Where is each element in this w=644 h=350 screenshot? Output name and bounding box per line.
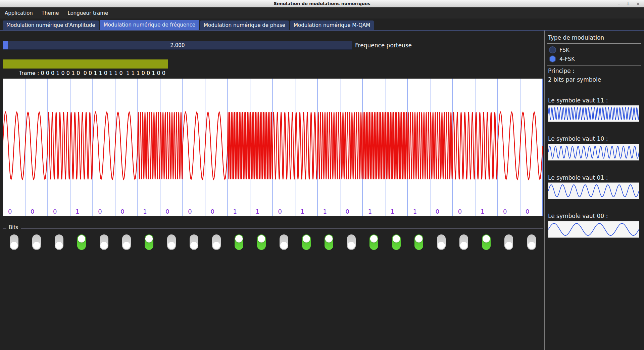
fsk-waveform: 000100100011011011100100 (3, 79, 543, 216)
bit-toggle-15[interactable] (325, 234, 333, 250)
radio-label: FSK (559, 47, 569, 53)
toggle-knob (145, 235, 153, 243)
bit-toggle-23[interactable] (504, 234, 513, 250)
menu-item-application[interactable]: Application (0, 8, 37, 18)
menu-item-longueur-trame[interactable]: Longueur trame (63, 8, 113, 18)
radio-4-fsk[interactable]: 4-FSK (549, 54, 575, 63)
bit-toggle-4[interactable] (77, 234, 86, 250)
bit-toggle-13[interactable] (280, 234, 288, 250)
menu-item-theme[interactable]: Theme (37, 8, 63, 18)
maximize-button[interactable]: + (626, 0, 630, 7)
bit-label: 1 (368, 208, 372, 215)
symbol-waveform (548, 183, 639, 199)
tab-2[interactable]: Modulation numérique de fréquence (100, 20, 199, 30)
symbol-waveform-preview-3 (548, 221, 639, 238)
bit-label: 0 (53, 208, 57, 215)
bit-toggle-5[interactable] (100, 234, 108, 250)
tab-bar: Modulation numérique d'AmplitudeModulati… (0, 18, 644, 30)
bit-toggle-3[interactable] (55, 234, 63, 250)
bit-toggle-16[interactable] (347, 234, 356, 250)
modulation-type-title: Type de modulation (548, 34, 604, 41)
minimize-button[interactable]: – (618, 0, 620, 7)
menubar: ApplicationThemeLongueur trame (0, 8, 644, 18)
toggle-knob (33, 242, 40, 249)
bit-toggle-18[interactable] (392, 234, 401, 250)
close-button[interactable]: × (636, 0, 640, 7)
bit-toggle-10[interactable] (212, 234, 221, 250)
radio-circle[interactable] (549, 55, 556, 62)
symbol-label-1: Le symbole vaut 10 : (548, 135, 608, 142)
toggle-knob (393, 235, 400, 243)
separator (547, 65, 641, 65)
symbol-label-3: Le symbole vaut 00 : (548, 213, 608, 219)
symbol-waveform-preview-0 (548, 105, 639, 122)
bit-label: 0 (8, 208, 12, 215)
toggle-knob (168, 242, 175, 249)
main-panel: 2.000 Frequence porteuse Trame : 0 0 0 1… (0, 31, 544, 350)
bit-label: 1 (481, 208, 484, 215)
bit-label: 1 (323, 208, 327, 215)
fsk-plot: 000100100011011011100100 (3, 79, 543, 216)
bit-toggle-8[interactable] (167, 234, 176, 250)
toggle-knob (258, 235, 265, 243)
bit-toggle-20[interactable] (437, 234, 446, 250)
bit-toggle-19[interactable] (414, 234, 423, 250)
toggle-knob (280, 242, 288, 249)
bit-label: 0 (436, 208, 439, 215)
bits-group-line-left (3, 228, 6, 229)
slider-value: 2.000 (3, 41, 352, 49)
symbol-label-0: Le symbole vaut 11 : (548, 97, 608, 104)
bit-toggle-9[interactable] (190, 234, 198, 250)
toggle-knob (10, 242, 18, 249)
window-title: Simulation de modulations numériques (0, 0, 644, 7)
bit-toggle-22[interactable] (482, 234, 491, 250)
tab-3[interactable]: Modulation numérique de phase (200, 20, 289, 30)
bit-toggle-6[interactable] (122, 234, 131, 250)
bit-label: 0 (346, 208, 349, 215)
symbol-label-2: Le symbole vaut 01 : (548, 174, 608, 181)
radio-fsk[interactable]: FSK (549, 45, 569, 54)
bit-toggle-2[interactable] (32, 234, 41, 250)
bits-group-label: Bits (9, 224, 18, 230)
toggle-knob (55, 242, 63, 249)
toggle-knob (325, 235, 333, 243)
toggle-knob (415, 235, 423, 243)
bit-toggle-1[interactable] (10, 234, 18, 250)
bit-label: 1 (413, 208, 417, 215)
trame-text: Trame : 0 0 0 1 0 0 1 0 0 0 1 1 0 1 1 0 … (19, 70, 165, 76)
tab-4[interactable]: Modulation numérique M-QAM (290, 20, 374, 30)
carrier-frequency-slider[interactable]: 2.000 (3, 41, 352, 50)
bit-toggle-21[interactable] (459, 234, 468, 250)
toggle-knob (370, 235, 378, 243)
symbol-waveform (548, 105, 639, 122)
tab-1[interactable]: Modulation numérique d'Amplitude (3, 20, 99, 30)
bit-label: 0 (31, 208, 34, 215)
toggle-knob (460, 242, 467, 249)
bit-label: 0 (458, 208, 462, 215)
sidebar: Type de modulation FSK4-FSK Principe : 2… (544, 31, 644, 350)
toggle-knob (190, 242, 198, 249)
symbol-waveform-preview-1 (548, 144, 639, 161)
bit-toggle-7[interactable] (145, 234, 153, 250)
bit-toggle-12[interactable] (257, 234, 266, 250)
radio-circle[interactable] (549, 46, 556, 53)
toggle-knob (213, 242, 220, 249)
radio-label: 4-FSK (559, 56, 575, 62)
toggle-knob (123, 242, 130, 249)
bit-toggle-14[interactable] (302, 234, 311, 250)
bit-label: 0 (526, 208, 529, 215)
toggle-knob (78, 235, 85, 243)
bit-toggle-24[interactable] (527, 234, 536, 250)
bit-label: 1 (256, 208, 259, 215)
carrier-frequency-label: Frequence porteuse (355, 41, 412, 50)
toggle-knob (483, 235, 490, 243)
window-controls: – + × (618, 0, 640, 7)
bit-toggle-11[interactable] (235, 234, 243, 250)
toggle-knob (505, 242, 512, 249)
tab-pane: 2.000 Frequence porteuse Trame : 0 0 0 1… (0, 30, 644, 350)
bits-group-line-right (21, 228, 543, 229)
bit-toggle-17[interactable] (369, 234, 378, 250)
toggle-knob (100, 242, 108, 249)
bit-label: 0 (165, 208, 169, 215)
principle-text: 2 bits par symbole (548, 76, 601, 83)
